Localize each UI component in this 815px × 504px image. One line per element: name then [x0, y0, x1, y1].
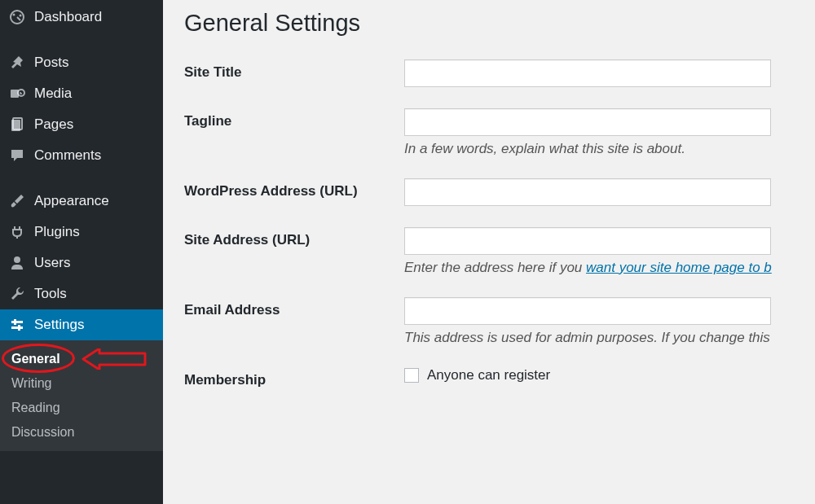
svg-rect-9: [11, 327, 23, 329]
submenu-item-writing[interactable]: Writing: [0, 371, 163, 396]
annotation-arrow-icon: [82, 348, 147, 370]
tagline-label: Tagline: [184, 108, 404, 129]
content-area: General Settings Site Title Tagline In a…: [163, 0, 815, 504]
sidebar-item-dashboard[interactable]: Dashboard: [0, 2, 163, 33]
svg-point-1: [13, 14, 15, 16]
email-label: Email Address: [184, 297, 404, 318]
sidebar-item-posts[interactable]: Posts: [0, 47, 163, 78]
submenu-item-general[interactable]: General: [0, 347, 163, 371]
dashboard-icon: [8, 8, 26, 26]
wp-url-label: WordPress Address (URL): [184, 178, 404, 199]
media-icon: [8, 85, 26, 103]
brush-icon: [8, 192, 26, 210]
svg-point-7: [14, 256, 20, 263]
site-title-input[interactable]: [404, 59, 771, 87]
settings-icon: [8, 316, 26, 334]
sidebar-item-label: Appearance: [34, 193, 109, 209]
sidebar-item-label: Pages: [34, 116, 73, 133]
users-icon: [8, 254, 26, 272]
email-input[interactable]: [404, 297, 771, 325]
svg-rect-10: [14, 319, 16, 325]
svg-rect-6: [11, 120, 20, 131]
tagline-description: In a few words, explain what this site i…: [404, 141, 794, 157]
site-url-help-link[interactable]: want your site home page to b: [586, 260, 772, 275]
site-url-label: Site Address (URL): [184, 227, 404, 248]
sidebar-item-label: Tools: [34, 286, 67, 302]
site-title-label: Site Title: [184, 59, 404, 81]
sidebar-item-label: Comments: [34, 147, 101, 164]
wrench-icon: [8, 285, 26, 303]
sidebar-item-appearance[interactable]: Appearance: [0, 186, 163, 217]
form-row-email: Email Address This address is used for a…: [184, 297, 794, 346]
submenu-item-discussion[interactable]: Discussion: [0, 420, 163, 445]
tagline-input[interactable]: [404, 108, 771, 136]
svg-rect-8: [11, 321, 23, 323]
form-row-site-title: Site Title: [184, 59, 794, 87]
email-description: This address is used for admin purposes.…: [404, 330, 794, 346]
comments-icon: [8, 147, 26, 164]
sidebar-item-label: Plugins: [34, 224, 80, 240]
sidebar-item-label: Media: [34, 85, 72, 102]
site-url-input[interactable]: [404, 227, 771, 255]
membership-checkbox-label: Anyone can register: [427, 367, 550, 383]
sidebar-item-label: Users: [34, 255, 70, 271]
site-url-description: Enter the address here if you want your …: [404, 260, 794, 276]
sidebar-item-comments[interactable]: Comments: [0, 140, 163, 171]
plug-icon: [8, 223, 26, 241]
sidebar-item-pages[interactable]: Pages: [0, 109, 163, 140]
form-row-tagline: Tagline In a few words, explain what thi…: [184, 108, 794, 157]
settings-submenu: General Writing Reading Discussion: [0, 340, 163, 451]
admin-sidebar: Dashboard Posts Media Pages Comments App…: [0, 0, 163, 504]
submenu-item-label: General: [11, 352, 60, 366]
sidebar-item-media[interactable]: Media: [0, 78, 163, 109]
submenu-item-label: Discussion: [11, 425, 74, 439]
membership-checkbox[interactable]: [404, 368, 419, 383]
sidebar-item-label: Dashboard: [34, 9, 102, 25]
sidebar-item-tools[interactable]: Tools: [0, 278, 163, 309]
wp-url-input[interactable]: [404, 178, 771, 206]
sidebar-item-settings[interactable]: Settings: [0, 309, 163, 340]
membership-label: Membership: [184, 367, 404, 388]
pages-icon: [8, 116, 26, 134]
svg-point-4: [18, 90, 24, 96]
sidebar-item-label: Posts: [34, 55, 69, 71]
submenu-item-reading[interactable]: Reading: [0, 396, 163, 420]
form-row-site-url: Site Address (URL) Enter the address her…: [184, 227, 794, 276]
pin-icon: [8, 54, 26, 72]
sidebar-item-label: Settings: [34, 317, 84, 333]
submenu-item-label: Reading: [11, 401, 60, 414]
submenu-item-label: Writing: [11, 376, 52, 390]
form-row-membership: Membership Anyone can register: [184, 367, 794, 388]
sidebar-item-users[interactable]: Users: [0, 248, 163, 278]
svg-point-2: [20, 15, 22, 17]
form-row-wp-url: WordPress Address (URL): [184, 178, 794, 206]
sidebar-item-plugins[interactable]: Plugins: [0, 217, 163, 248]
svg-rect-11: [18, 325, 20, 331]
page-title: General Settings: [184, 10, 794, 37]
